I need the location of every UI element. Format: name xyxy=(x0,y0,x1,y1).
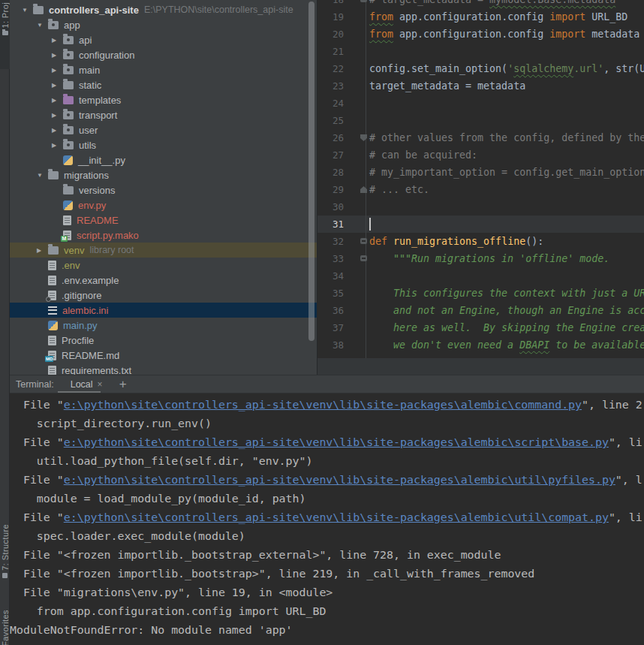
tree-item-.env.example[interactable]: .env.example xyxy=(10,273,317,288)
editor-line-28[interactable]: 28# my_important_option = config.get_mai… xyxy=(317,164,644,181)
code-editor[interactable]: 18# target_metadata = mymodel.Base.metad… xyxy=(317,0,644,358)
chevron-right-icon[interactable]: ▶ xyxy=(52,112,63,119)
tree-scrollbar[interactable] xyxy=(308,2,314,341)
tool-window-button-favorites[interactable]: Favorites xyxy=(0,610,10,645)
editor-line-20[interactable]: 20from app.configuration.config import m… xyxy=(317,26,644,43)
editor-line-18[interactable]: 18# target_metadata = mymodel.Base.metad… xyxy=(317,0,644,8)
line-number: 29 xyxy=(317,184,366,195)
tree-item-label: .env.example xyxy=(62,275,119,286)
tree-item-controllers_api-site[interactable]: ▼controllers_api-siteE:\PYTHON\site\cont… xyxy=(10,2,317,17)
terminal-line: ModuleNotFoundError: No module named 'ap… xyxy=(10,621,644,640)
chevron-right-icon[interactable]: ▶ xyxy=(52,37,63,44)
chevron-right-icon[interactable]: ▶ xyxy=(52,52,63,59)
terminal-line: module = load_module_py(module_id, path) xyxy=(10,490,644,508)
tree-item-label: __init__.py xyxy=(78,155,125,166)
tree-item-user[interactable]: ▶user xyxy=(10,122,317,137)
chevron-right-icon[interactable]: ▶ xyxy=(52,82,63,89)
chevron-down-icon[interactable]: ▼ xyxy=(37,22,48,29)
tool-window-bar: 1: Proj 7: Structure Favorites xyxy=(0,0,10,645)
tree-item-venv[interactable]: ▶venvlibrary root xyxy=(10,243,317,258)
fold-marker-icon[interactable] xyxy=(360,0,367,2)
tree-item-templates[interactable]: ▶templates xyxy=(10,92,317,107)
tree-item-.gitignore[interactable]: .gitignore xyxy=(10,288,317,303)
tree-item-env.py[interactable]: env.py xyxy=(10,197,317,212)
editor-line-23[interactable]: 23target_metadata = metadata xyxy=(317,77,644,95)
editor-line-32[interactable]: 32def run_migrations_offline(): xyxy=(317,233,644,250)
chevron-right-icon[interactable]: ▶ xyxy=(52,142,63,149)
package-icon xyxy=(63,51,74,59)
editor-line-24[interactable]: 24 xyxy=(317,95,644,112)
code-text: config.set_main_option('sqlalchemy.url',… xyxy=(369,63,644,74)
tree-item-api[interactable]: ▶api xyxy=(10,32,317,47)
editor-line-22[interactable]: 22config.set_main_option('sqlalchemy.url… xyxy=(317,60,644,77)
line-number: 30 xyxy=(317,201,366,212)
tree-item-requirements.txt[interactable]: requirements.txt xyxy=(10,363,317,375)
editor-line-19[interactable]: 19from app.configuration.config import U… xyxy=(317,8,644,26)
terminal-text: ", line 2 xyxy=(582,398,642,411)
tree-item-main[interactable]: ▶main xyxy=(10,62,317,77)
tab-close-icon[interactable]: × xyxy=(98,379,103,390)
tree-item-app[interactable]: ▼app xyxy=(10,17,317,32)
tree-item-script.py.mako[interactable]: script.py.mako xyxy=(10,228,317,243)
chevron-right-icon[interactable]: ▶ xyxy=(37,247,48,254)
tree-item-alembic.ini[interactable]: alembic.ini xyxy=(10,303,317,318)
fold-marker-icon[interactable] xyxy=(360,255,367,261)
tree-item-transport[interactable]: ▶transport xyxy=(10,107,317,122)
terminal-tab-local[interactable]: Local xyxy=(71,379,93,390)
code-text: # ... etc. xyxy=(369,184,429,195)
editor-line-37[interactable]: 37 here as well. By skipping the Engine … xyxy=(317,319,644,336)
editor-line-29[interactable]: 29# ... etc. xyxy=(317,181,644,198)
tree-item-README.md[interactable]: README.md xyxy=(10,348,317,363)
tree-item-static[interactable]: ▶static xyxy=(10,77,317,92)
package-icon xyxy=(63,126,74,134)
editor-line-34[interactable]: 34 xyxy=(317,267,644,285)
chevron-right-icon[interactable]: ▶ xyxy=(52,127,63,134)
file-path-link[interactable]: e:\python\site\controllers_api-site\venv… xyxy=(64,473,615,487)
file-path-link[interactable]: e:\python\site\controllers_api-site\venv… xyxy=(64,436,609,449)
editor-line-27[interactable]: 27# can be acquired: xyxy=(317,146,644,164)
gutter-separator xyxy=(366,0,366,358)
tree-item-label: static xyxy=(79,80,101,91)
tree-item-versions[interactable]: versions xyxy=(10,182,317,197)
chevron-right-icon[interactable]: ▶ xyxy=(52,97,63,104)
chevron-down-icon[interactable]: ▼ xyxy=(22,7,33,14)
tree-item-migrations[interactable]: ▼migrations xyxy=(10,167,317,182)
tool-window-button-project[interactable]: 1: Proj xyxy=(0,0,10,69)
chevron-down-icon[interactable]: ▼ xyxy=(37,172,48,179)
file-path-link[interactable]: e:\python\site\controllers_api-site\venv… xyxy=(64,511,609,524)
editor-line-36[interactable]: 36 and not an Engine, though an Engine i… xyxy=(317,302,644,319)
fold-marker-icon[interactable] xyxy=(360,238,367,244)
terminal-line: from app.configuration.config import URL… xyxy=(10,602,644,621)
editor-line-35[interactable]: 35 This configures the context with just… xyxy=(317,285,644,302)
tree-item-label: configuration xyxy=(79,50,134,61)
tree-item-configuration[interactable]: ▶configuration xyxy=(10,47,317,62)
chevron-right-icon[interactable]: ▶ xyxy=(52,67,63,74)
tree-item-main.py[interactable]: main.py xyxy=(10,318,317,333)
terminal-output[interactable]: File "e:\python\site\controllers_api-sit… xyxy=(10,393,644,645)
editor-line-21[interactable]: 21 xyxy=(317,43,644,60)
terminal-text: util.load_python_file(self.dir, "env.py"… xyxy=(10,454,312,468)
new-tab-icon[interactable]: + xyxy=(119,377,127,392)
code-text: # can be acquired: xyxy=(369,149,477,161)
package-icon xyxy=(63,36,74,44)
editor-line-33[interactable]: 33 """Run migrations in 'offline' mode. xyxy=(317,250,644,267)
editor-line-38[interactable]: 38 we don't even need a DBAPI to be avai… xyxy=(317,336,644,354)
editor-line-26[interactable]: 26# other values from the config, define… xyxy=(317,129,644,146)
tool-window-button-structure[interactable]: 7: Structure xyxy=(0,524,10,580)
editor-line-31[interactable]: 31 xyxy=(317,216,644,233)
tree-item-suffix: library root xyxy=(89,245,134,255)
editor-hscrollbar-track[interactable] xyxy=(317,358,644,375)
code-text: # my_important_option = config.get_main_… xyxy=(369,167,644,178)
editor-line-30[interactable]: 30 xyxy=(317,198,644,216)
tree-item-__init__.py[interactable]: __init__.py xyxy=(10,152,317,167)
tree-item-.env[interactable]: .env xyxy=(10,258,317,273)
file-path-link[interactable]: e:\python\site\controllers_api-site\venv… xyxy=(64,398,582,411)
tree-item-Procfile[interactable]: Procfile xyxy=(10,333,317,348)
terminal-text: ModuleNotFoundError: No module named 'ap… xyxy=(10,623,293,637)
tree-item-utils[interactable]: ▶utils xyxy=(10,137,317,152)
editor-line-25[interactable]: 25 xyxy=(317,112,644,129)
tree-item-README[interactable]: README xyxy=(10,212,317,228)
package-icon xyxy=(63,141,74,149)
line-number: 27 xyxy=(317,149,366,161)
terminal-line: File "<frozen importlib._bootstrap>", li… xyxy=(10,565,644,583)
